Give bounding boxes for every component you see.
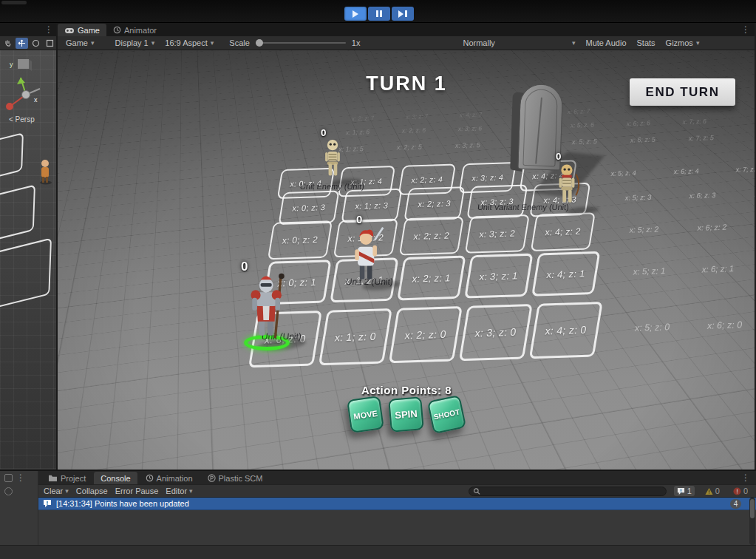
- board-tile[interactable]: x: 3; z: 0: [459, 304, 533, 361]
- panel-option-icon[interactable]: [4, 487, 13, 495]
- scale-slider[interactable]: [256, 42, 346, 44]
- focus-mode-dropdown[interactable]: Normally ▾: [459, 37, 579, 49]
- board-outer-label: x: 5; z: 0: [634, 322, 671, 333]
- board-tile[interactable]: x: 2; z: 2: [399, 217, 464, 256]
- stats-button[interactable]: Stats: [633, 37, 659, 49]
- animator-icon: [113, 26, 121, 34]
- unit-variant-enemy[interactable]: Unit Variant Enemy (Unit) 0: [531, 151, 601, 223]
- chevron-down-icon: ▾: [211, 39, 214, 47]
- info-bubble-icon: [677, 487, 685, 495]
- board-outer-label: x: 7; z: 4: [735, 165, 755, 173]
- board-far-label: x: 2; z: 6: [401, 126, 426, 135]
- scale-tool-icon[interactable]: [44, 38, 56, 49]
- warning-icon: [705, 487, 713, 495]
- board-far-label: x: 6; z: 5: [630, 136, 656, 144]
- game-mode-dropdown[interactable]: Game ▾: [62, 37, 98, 49]
- board-tile[interactable]: x: 2; z: 0: [389, 306, 463, 363]
- spin-button[interactable]: SPIN: [388, 396, 424, 433]
- console-scrollbar[interactable]: [749, 498, 755, 545]
- move-button[interactable]: MOVE: [347, 396, 384, 433]
- gamepad-icon: [64, 27, 75, 34]
- pause-button[interactable]: [368, 7, 390, 21]
- bottom-tabbar: Project Console Animation Plastic SCM ⋮: [38, 471, 756, 484]
- chevron-down-icon: ▾: [91, 39, 95, 47]
- panel-menu-icon[interactable]: ⋮: [44, 25, 53, 34]
- gizmo-x-label: x: [34, 96, 38, 104]
- log-row[interactable]: [14:31:34] Points have been updated 4: [38, 498, 756, 510]
- x-axis-cone[interactable]: [6, 103, 13, 110]
- board-tile[interactable]: x: 2; z: 4: [398, 163, 456, 194]
- clear-button[interactable]: Clear ▾: [44, 487, 69, 495]
- rotate-tool-icon[interactable]: [30, 38, 42, 49]
- chevron-down-icon: ▾: [696, 39, 700, 47]
- board-tile[interactable]: x: 4; z: 0: [529, 302, 603, 359]
- chevron-down-icon: ▾: [65, 487, 69, 495]
- warning-count[interactable]: 0: [702, 486, 723, 496]
- unit-counter: 0: [356, 213, 362, 226]
- tab-plastic-scm[interactable]: Plastic SCM: [201, 472, 270, 484]
- board-far-label: x: 3; z: 6: [457, 124, 483, 132]
- board-outer-label: x: 5; z: 2: [629, 224, 660, 234]
- error-icon: [733, 487, 741, 495]
- tab-project[interactable]: Project: [41, 472, 92, 484]
- unit-counter: 0: [241, 260, 248, 274]
- scale-slider-knob[interactable]: [256, 39, 263, 47]
- move-tool-icon[interactable]: [16, 38, 28, 49]
- unit-counter: 0: [556, 151, 562, 162]
- end-turn-button[interactable]: END TURN: [630, 78, 735, 106]
- error-count-value: 0: [743, 487, 748, 495]
- tab-animator[interactable]: Animator: [106, 24, 163, 36]
- gizmo-hub[interactable]: [22, 91, 30, 99]
- panel-lock-icon[interactable]: [4, 474, 13, 482]
- board-tile[interactable]: x: 3; z: 2: [465, 214, 530, 254]
- aspect-dropdown[interactable]: 16:9 Aspect ▾: [161, 37, 217, 49]
- editor-dropdown[interactable]: Editor ▾: [166, 487, 192, 495]
- shoot-button[interactable]: SHOOT: [427, 395, 466, 434]
- hand-tool-icon[interactable]: [1, 38, 14, 49]
- bottom-panel-menu-icon[interactable]: ⋮: [741, 473, 750, 482]
- unit-2-sprite: [349, 222, 386, 284]
- board-tile[interactable]: x: 2; z: 1: [397, 255, 466, 300]
- y-axis-cone[interactable]: [17, 78, 25, 84]
- game-viewport[interactable]: x: 0; z: 0x: 1; z: 0x: 2; z: 0x: 3; z: 0…: [58, 50, 755, 470]
- view-orientation-gizmo[interactable]: y x: [1, 58, 50, 115]
- unit-2[interactable]: Unit 2 (Unit) 0: [338, 213, 398, 294]
- collapse-button[interactable]: Collapse: [76, 487, 108, 495]
- mute-audio-button[interactable]: Mute Audio: [582, 37, 630, 49]
- window-title-fragment: [1, 1, 27, 4]
- board-tile[interactable]: x: 4; z: 1: [531, 251, 600, 297]
- tab-animation[interactable]: Animation: [139, 472, 200, 484]
- scene-viewport[interactable]: y x < Persp: [0, 50, 56, 469]
- board-far-label: x: 3; z: 7: [405, 113, 429, 121]
- tab-plastic-scm-label: Plastic SCM: [219, 474, 263, 483]
- board-outer-label: x: 6; z: 3: [689, 191, 717, 200]
- scale-label: Scale: [229, 38, 250, 47]
- board-tile[interactable]: x: 1; z: 0: [319, 308, 392, 365]
- search-icon: [473, 487, 480, 495]
- console-scrollbar-thumb[interactable]: [750, 499, 755, 518]
- chevron-down-icon: ▾: [151, 39, 155, 47]
- board-tile[interactable]: x: 3; z: 1: [464, 254, 533, 299]
- panel-menu-icon[interactable]: ⋮: [16, 473, 25, 482]
- play-button[interactable]: [344, 7, 367, 21]
- board-tile[interactable]: x: 0; z: 2: [268, 220, 333, 260]
- gizmos-dropdown[interactable]: Gizmos ▾: [662, 37, 704, 49]
- info-count[interactable]: 1: [674, 486, 695, 496]
- pause-icon: [376, 10, 378, 17]
- error-pause-button[interactable]: Error Pause: [115, 487, 159, 495]
- step-button[interactable]: [392, 7, 414, 21]
- game-panel-menu-icon[interactable]: ⋮: [741, 25, 750, 34]
- console-search[interactable]: [469, 487, 667, 496]
- play-icon: [353, 10, 358, 18]
- unit-enemy[interactable]: Unit Enemy (Unit) 0: [303, 127, 370, 195]
- unit-knight[interactable]: Unit (Unit) 0: [235, 260, 305, 359]
- error-count[interactable]: 0: [730, 486, 751, 496]
- warning-count-value: 0: [715, 487, 720, 495]
- persp-label[interactable]: < Persp: [9, 115, 35, 123]
- info-bubble-icon: [43, 499, 52, 508]
- display-dropdown[interactable]: Display 1 ▾: [112, 37, 159, 49]
- info-count-value: 1: [687, 487, 692, 495]
- console-search-input[interactable]: [483, 487, 662, 495]
- tab-game[interactable]: Game: [58, 24, 106, 36]
- tab-console[interactable]: Console: [94, 472, 137, 484]
